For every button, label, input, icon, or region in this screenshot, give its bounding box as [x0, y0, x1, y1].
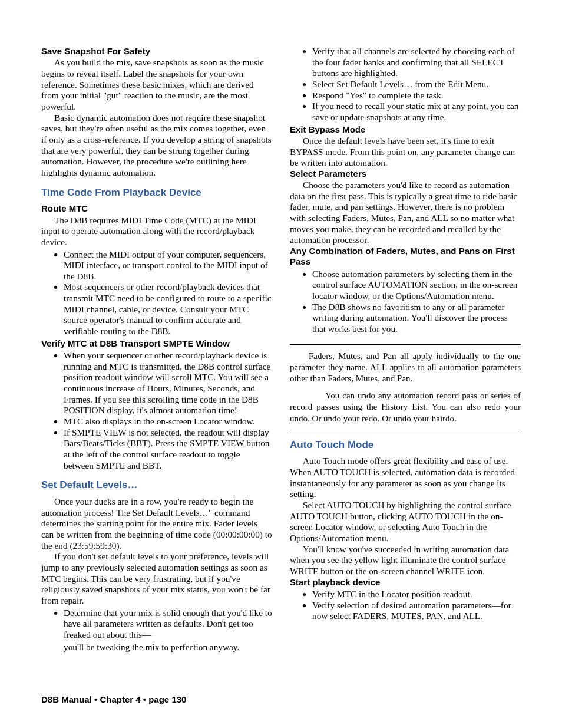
heading-save-snapshot: Save Snapshot For Safety — [41, 46, 272, 57]
list-item: MTC also displays in the on-screen Locat… — [64, 416, 272, 427]
para: You'll know you've succeeded in writing … — [290, 544, 521, 577]
list-item: Verify that all channels are selected by… — [312, 46, 521, 79]
heading-verify-mtc: Verify MTC at D8B Transport SMPTE Window — [41, 338, 272, 349]
separator-line — [290, 433, 521, 433]
list-item: If you need to recall your static mix at… — [312, 101, 521, 123]
body-columns: Save Snapshot For Safety As you build th… — [41, 46, 521, 671]
para: Once your ducks are in a row, you're rea… — [41, 496, 272, 551]
note-para: Faders, Mutes, and Pan all apply individ… — [290, 351, 521, 385]
page: Save Snapshot For Safety As you build th… — [0, 0, 562, 728]
heading-any-combination: Any Combination of Faders, Mutes, and Pa… — [290, 246, 521, 268]
separator-line — [290, 344, 521, 345]
list-item: When your sequencer or other record/play… — [64, 350, 272, 416]
para: If you don't set default levels to your … — [41, 551, 272, 606]
list-verify-mtc: When your sequencer or other record/play… — [41, 350, 272, 471]
para: Choose the parameters you'd like to reco… — [290, 180, 521, 246]
para-continuation: you'll be tweaking the mix to perfection… — [41, 642, 272, 653]
list-item: Choose automation parameters by selectin… — [312, 269, 521, 302]
para: Once the default levels have been set, i… — [290, 136, 521, 169]
list-set-default: Determine that your mix is solid enough … — [41, 608, 272, 641]
list-item: The D8B shows no favoritism to any or al… — [312, 302, 521, 335]
para: As you build the mix, save snapshots as … — [41, 57, 272, 112]
heading-route-mtc: Route MTC — [41, 203, 272, 214]
list-item: Verify MTC in the Locator position reado… — [312, 589, 521, 600]
list-combination: Choose automation parameters by selectin… — [290, 269, 521, 335]
list-item: Respond "Yes" to complete the task. — [312, 90, 521, 101]
page-footer: D8B Manual • Chapter 4 • page 130 — [41, 694, 186, 704]
para: Select AUTO TOUCH by highlighting the co… — [290, 500, 521, 544]
list-start-playback: Verify MTC in the Locator position reado… — [290, 589, 521, 622]
list-item: Connect the MIDI output of your computer… — [64, 249, 272, 282]
heading-select-params: Select Parameters — [290, 169, 521, 179]
list-item: Select Set Default Levels… from the Edit… — [312, 79, 521, 90]
note-para: You can undo any automation record pass … — [290, 390, 521, 424]
list-route-mtc: Connect the MIDI output of your computer… — [41, 249, 272, 337]
heading-start-playback: Start playback device — [290, 577, 521, 588]
list-item: Most sequencers or other record/playback… — [64, 282, 272, 337]
heading-auto-touch: Auto Touch Mode — [290, 439, 521, 452]
para: Auto Touch mode offers great flexibility… — [290, 456, 521, 500]
list-right-top: Verify that all channels are selected by… — [290, 46, 521, 123]
list-item: If SMPTE VIEW is not selected, the reado… — [64, 427, 272, 472]
heading-time-code: Time Code From Playback Device — [41, 187, 272, 199]
para: The D8B requires MIDI Time Code (MTC) at… — [41, 215, 272, 248]
list-item: Determine that your mix is solid enough … — [64, 608, 272, 641]
note-block: Faders, Mutes, and Pan all apply individ… — [290, 344, 521, 433]
list-item: Verify selection of desired automation p… — [312, 600, 521, 622]
heading-exit-bypass: Exit Bypass Mode — [290, 124, 521, 135]
para: Basic dynamic automation does not requir… — [41, 113, 272, 179]
heading-set-default: Set Default Levels… — [41, 479, 272, 492]
